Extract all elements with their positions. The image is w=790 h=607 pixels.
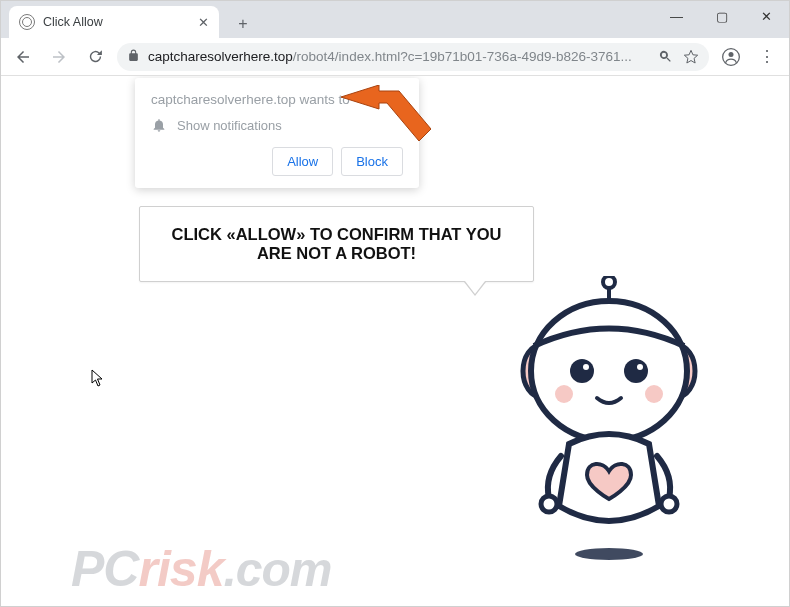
- watermark-risk: risk: [138, 541, 223, 597]
- watermark-c: C: [103, 541, 138, 597]
- profile-icon: [721, 47, 741, 67]
- maximize-button[interactable]: ▢: [699, 1, 744, 31]
- svg-point-16: [575, 548, 643, 560]
- new-tab-button[interactable]: +: [229, 10, 257, 38]
- address-bar[interactable]: captcharesolverhere.top/robot4/index.htm…: [117, 43, 709, 71]
- watermark-text: PCrisk.com: [71, 540, 331, 598]
- lock-icon: [127, 49, 140, 65]
- close-window-button[interactable]: ✕: [744, 1, 789, 31]
- block-button[interactable]: Block: [341, 147, 403, 176]
- svg-point-8: [570, 359, 594, 383]
- svg-point-13: [645, 385, 663, 403]
- url-path: /robot4/index.html?c=19b71b01-736a-49d9-…: [293, 49, 632, 64]
- omnibox-actions: [658, 49, 699, 65]
- page-content: captcharesolverhere.top wants to ✕ Show …: [1, 76, 789, 606]
- permission-origin-text: captcharesolverhere.top wants to: [151, 92, 350, 107]
- instruction-speech-bubble: CLICK «ALLOW» TO CONFIRM THAT YOU ARE NO…: [139, 206, 534, 282]
- tab-title: Click Allow: [43, 15, 103, 29]
- reload-button[interactable]: [81, 43, 109, 71]
- browser-toolbar: captcharesolverhere.top/robot4/index.htm…: [1, 38, 789, 76]
- svg-point-1: [729, 52, 734, 57]
- tab-strip: Click Allow ✕ + — ▢ ✕: [1, 1, 789, 38]
- permission-close-button[interactable]: ✕: [391, 92, 403, 106]
- minimize-button[interactable]: —: [654, 1, 699, 31]
- mouse-cursor-icon: [91, 369, 105, 387]
- svg-point-11: [637, 364, 643, 370]
- profile-button[interactable]: [717, 43, 745, 71]
- star-icon[interactable]: [683, 49, 699, 65]
- instruction-text: CLICK «ALLOW» TO CONFIRM THAT YOU ARE NO…: [172, 225, 502, 262]
- tab-close-icon[interactable]: ✕: [198, 15, 209, 30]
- arrow-left-icon: [14, 48, 32, 66]
- watermark-dom: .com: [223, 543, 331, 596]
- watermark-p: P: [71, 541, 103, 597]
- forward-button[interactable]: [45, 43, 73, 71]
- svg-point-9: [624, 359, 648, 383]
- arrow-right-icon: [50, 48, 68, 66]
- svg-point-4: [603, 276, 615, 288]
- globe-icon: [19, 14, 35, 30]
- svg-point-14: [541, 496, 557, 512]
- allow-button[interactable]: Allow: [272, 147, 333, 176]
- notification-permission-popup: captcharesolverhere.top wants to ✕ Show …: [135, 78, 419, 188]
- back-button[interactable]: [9, 43, 37, 71]
- robot-illustration: [489, 276, 729, 566]
- svg-point-10: [583, 364, 589, 370]
- url-text: captcharesolverhere.top/robot4/index.htm…: [148, 49, 632, 64]
- svg-point-7: [531, 301, 687, 441]
- reload-icon: [87, 48, 104, 65]
- svg-point-15: [661, 496, 677, 512]
- menu-button[interactable]: ⋮: [753, 43, 781, 71]
- svg-point-12: [555, 385, 573, 403]
- permission-item-label: Show notifications: [177, 118, 282, 133]
- window-controls: — ▢ ✕: [654, 1, 789, 31]
- search-icon[interactable]: [658, 49, 673, 64]
- bell-icon: [151, 117, 167, 133]
- browser-tab[interactable]: Click Allow ✕: [9, 6, 219, 38]
- url-host: captcharesolverhere.top: [148, 49, 293, 64]
